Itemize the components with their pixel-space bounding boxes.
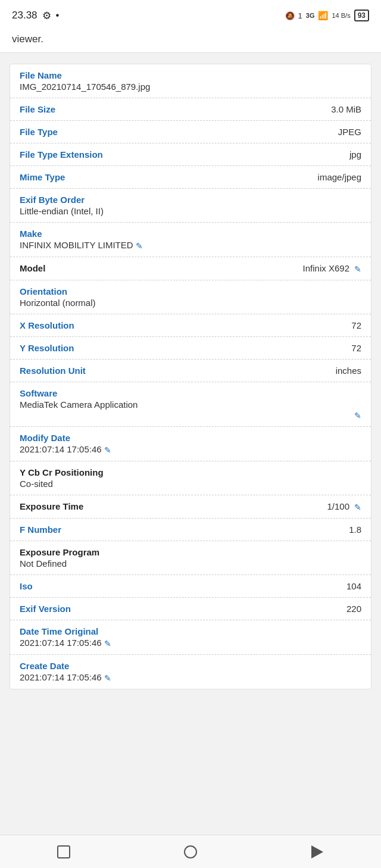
f-number-row: F Number 1.8 [10,519,371,541]
app-header: viewer. [0,29,381,53]
create-date-row: Create Date 2021:07:14 17:05:46✎ [10,655,371,689]
file-type-ext-value: jpg [103,149,361,160]
navigation-bar [0,835,381,868]
exposure-time-row: Exposure Time 1/100✎ [10,495,371,519]
create-date-label: Create Date [20,661,361,671]
back-icon [311,845,323,858]
file-size-row: File Size 3.0 MiB [10,98,371,121]
mime-type-row: Mime Type image/jpeg [10,166,371,189]
make-edit-icon[interactable]: ✎ [136,241,145,251]
software-row: Software MediaTek Camera Application ✎ [10,382,371,427]
dot-indicator: • [56,10,60,21]
f-number-value: 1.8 [61,524,361,535]
exif-byte-order-value: Little-endian (Intel, II) [20,206,361,216]
make-value: INFINIX MOBILITY LIMITED✎ [20,240,361,251]
exposure-time-edit-icon[interactable]: ✎ [352,502,361,512]
make-label: Make [20,229,361,239]
modify-date-label: Modify Date [20,433,361,443]
modify-date-row: Modify Date 2021:07:14 17:05:46✎ [10,427,371,461]
software-value: MediaTek Camera Application ✎ [20,399,361,420]
exposure-time-value: 1/100✎ [83,501,361,512]
orientation-row: Orientation Horizontal (normal) [10,280,371,314]
nav-home-button[interactable] [179,840,202,864]
exposure-program-value: Not Defined [20,558,361,569]
bell-muted-icon: 🔕 [285,11,295,20]
status-bar: 23.38 ⚙ • 🔕 1 3G 📶 14 B/s 93 [0,0,381,29]
exif-version-label: Exif Version [20,604,71,614]
orientation-label: Orientation [20,286,361,296]
create-date-value: 2021:07:14 17:05:46✎ [20,672,361,683]
orientation-value: Horizontal (normal) [20,298,361,308]
file-type-ext-row: File Type Extension jpg [10,143,371,166]
file-name-label: File Name [20,70,361,80]
file-name-value: IMG_20210714_170546_879.jpg [20,82,361,92]
signal-indicator: 1 [298,11,302,20]
model-row: Model Infinix X692✎ [10,257,371,280]
ycbcr-positioning-label: Y Cb Cr Positioning [20,467,361,477]
exif-byte-order-label: Exif Byte Order [20,195,361,205]
model-label: Model [20,263,45,273]
date-time-original-value: 2021:07:14 17:05:46✎ [20,638,361,648]
make-row: Make INFINIX MOBILITY LIMITED✎ [10,223,371,257]
model-edit-icon[interactable]: ✎ [352,264,361,274]
date-time-original-edit-icon[interactable]: ✎ [104,639,114,648]
iso-value: 104 [33,581,361,591]
exposure-time-label: Exposure Time [20,501,83,511]
signal-bars-icon: 📶 [318,11,328,20]
file-type-value: JPEG [58,127,361,137]
y-resolution-label: Y Resolution [20,343,74,353]
file-type-row: File Type JPEG [10,121,371,143]
exif-byte-order-row: Exif Byte Order Little-endian (Intel, II… [10,189,371,223]
date-time-original-row: Date Time Original 2021:07:14 17:05:46✎ [10,620,371,655]
app-title: viewer. [12,33,43,45]
file-size-value: 3.0 MiB [55,104,361,114]
software-edit-icon[interactable]: ✎ [352,411,361,420]
network-type-icon: 3G [306,12,315,19]
exposure-program-label: Exposure Program [20,547,361,557]
exposure-program-row: Exposure Program Not Defined [10,541,371,575]
file-size-label: File Size [20,104,55,114]
exif-version-value: 220 [71,604,361,614]
time-display: 23.38 [12,10,38,21]
iso-label: Iso [20,581,33,591]
nav-recents-button[interactable] [52,840,76,864]
resolution-unit-row: Resolution Unit inches [10,360,371,382]
x-resolution-value: 72 [74,320,361,330]
battery-indicator: 93 [354,10,369,21]
file-type-ext-label: File Type Extension [20,149,103,160]
recents-icon [57,845,70,858]
file-name-row: File Name IMG_20210714_170546_879.jpg [10,64,371,98]
resolution-unit-value: inches [86,366,361,376]
network-speed: 14 B/s [332,12,350,19]
create-date-edit-icon[interactable]: ✎ [104,673,114,683]
status-icons-group: 🔕 1 3G 📶 14 B/s 93 [285,10,369,21]
f-number-label: F Number [20,524,61,535]
modify-date-edit-icon[interactable]: ✎ [104,445,114,455]
x-resolution-row: X Resolution 72 [10,314,371,337]
mime-type-label: Mime Type [20,172,65,182]
software-label: Software [20,388,361,398]
status-time-group: 23.38 ⚙ • [12,10,60,22]
nav-back-button[interactable] [305,840,329,864]
model-value: Infinix X692✎ [45,263,361,274]
ycbcr-positioning-row: Y Cb Cr Positioning Co-sited [10,461,371,495]
date-time-original-label: Date Time Original [20,626,361,636]
x-resolution-label: X Resolution [20,320,74,330]
gear-icon: ⚙ [42,10,51,22]
y-resolution-row: Y Resolution 72 [10,337,371,360]
mime-type-value: image/jpeg [65,172,361,182]
home-icon [184,845,197,858]
exif-version-row: Exif Version 220 [10,598,371,620]
modify-date-value: 2021:07:14 17:05:46✎ [20,444,361,455]
y-resolution-value: 72 [74,343,361,353]
file-type-label: File Type [20,127,58,137]
iso-row: Iso 104 [10,575,371,598]
ycbcr-positioning-value: Co-sited [20,479,361,489]
metadata-card: File Name IMG_20210714_170546_879.jpg Fi… [10,64,371,689]
resolution-unit-label: Resolution Unit [20,366,86,376]
